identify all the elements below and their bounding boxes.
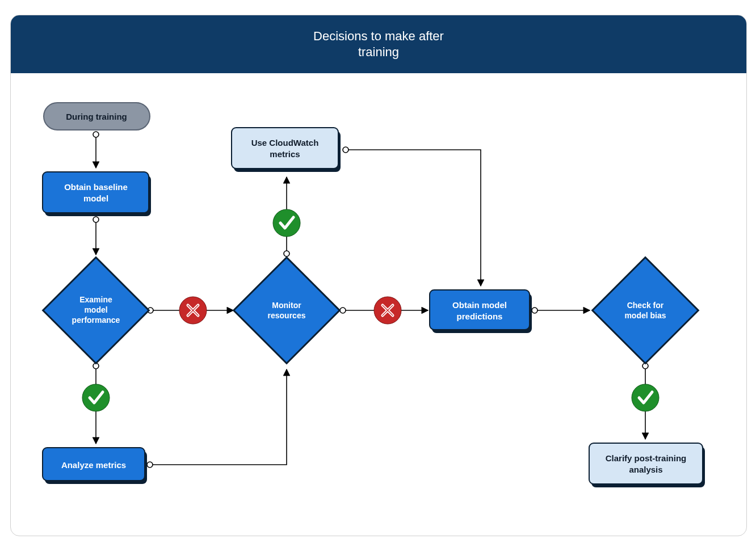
badge-x-2: [374, 297, 401, 324]
page: Decisions to make after training: [0, 0, 756, 560]
svg-point-27: [632, 384, 659, 411]
svg-text:Monitor: Monitor: [272, 301, 301, 310]
svg-point-10: [147, 462, 153, 468]
svg-text:Analyze metrics: Analyze metrics: [61, 460, 126, 470]
node-obtain-predictions: Obtain model predictions: [430, 290, 532, 333]
svg-point-2: [93, 217, 99, 222]
svg-text:analysis: analysis: [629, 465, 662, 474]
node-monitor-resources: Monitor resources: [234, 258, 340, 364]
svg-rect-55: [589, 443, 703, 484]
svg-rect-44: [232, 128, 338, 169]
svg-text:Check for: Check for: [627, 301, 664, 310]
svg-text:model bias: model bias: [624, 311, 666, 320]
svg-text:predictions: predictions: [457, 311, 503, 321]
node-examine-performance: Examine model performance: [43, 258, 149, 364]
edge-cloudwatch-to-predictions: [343, 147, 481, 286]
badge-check-2: [273, 209, 300, 237]
node-check-bias: Check for model bias: [593, 258, 699, 364]
svg-point-25: [82, 384, 110, 411]
svg-text:Obtain baseline: Obtain baseline: [64, 182, 128, 192]
panel-title-line2: training: [358, 45, 399, 59]
svg-text:model: model: [84, 305, 107, 314]
svg-point-26: [273, 209, 300, 237]
svg-rect-30: [43, 172, 149, 213]
svg-text:Obtain model: Obtain model: [452, 300, 507, 310]
panel-title: Decisions to make after training: [313, 28, 444, 60]
panel-header: Decisions to make after training: [11, 15, 746, 73]
node-during-training-label: During training: [66, 112, 127, 121]
svg-text:Clarify post-training: Clarify post-training: [606, 453, 687, 463]
node-use-cloudwatch: Use CloudWatch metrics: [232, 128, 341, 172]
svg-point-17: [343, 147, 348, 153]
svg-text:metrics: metrics: [270, 149, 300, 159]
svg-point-14: [340, 308, 346, 313]
edge-baseline-to-examine: [93, 217, 99, 255]
svg-text:resources: resources: [268, 311, 306, 320]
edge-analyze-to-monitor: [147, 369, 287, 468]
svg-text:Examine: Examine: [79, 295, 112, 304]
panel-title-line1: Decisions to make after: [313, 29, 444, 43]
svg-rect-48: [430, 290, 530, 330]
svg-point-18: [532, 308, 537, 313]
svg-text:Use CloudWatch: Use CloudWatch: [251, 138, 319, 148]
badge-check-1: [82, 384, 110, 411]
edge-during-to-baseline: [93, 132, 99, 168]
badge-check-3: [632, 384, 659, 411]
edge-predictions-to-bias: [532, 308, 590, 313]
diagram-panel: Decisions to make after training: [10, 15, 747, 536]
node-analyze-metrics: Analyze metrics: [43, 448, 147, 484]
node-obtain-baseline: Obtain baseline model: [43, 172, 151, 216]
svg-point-0: [93, 132, 99, 137]
flowchart-svg: During training Obtain baseline model Ex…: [11, 73, 746, 536]
node-clarify-post: Clarify post-training analysis: [589, 443, 705, 487]
svg-text:performance: performance: [72, 315, 120, 325]
svg-point-11: [284, 251, 289, 256]
svg-text:model: model: [83, 193, 108, 203]
edges: [93, 132, 648, 468]
node-during-training: During training: [44, 103, 150, 130]
badge-x-1: [179, 297, 207, 324]
